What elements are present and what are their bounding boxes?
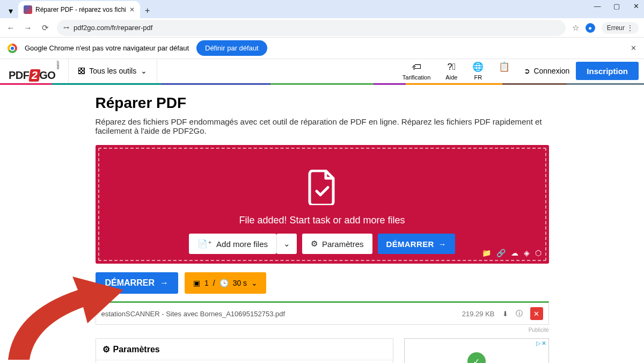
- page-subtitle: Réparez des fichiers PDF endommagés avec…: [96, 117, 549, 135]
- url-text: pdf2go.com/fr/reparer-pdf: [74, 24, 152, 32]
- language-dropdown[interactable]: 🌐FR: [465, 61, 491, 81]
- tab-strip: ▾ Réparer PDF - réparez vos fichi ✕ + ― …: [0, 0, 644, 18]
- error-chip[interactable]: Erreur ⋮: [602, 22, 639, 34]
- site-info-icon[interactable]: ⊶: [63, 24, 69, 31]
- chrome-icon: [8, 43, 17, 53]
- gdrive-icon[interactable]: ◈: [524, 249, 530, 257]
- stack-icon: ▣: [193, 279, 200, 287]
- check-icon: ✓: [467, 352, 486, 363]
- all-tools-dropdown[interactable]: Tous les outils ⌄: [68, 59, 157, 83]
- new-tab-button[interactable]: +: [140, 3, 155, 18]
- signup-button[interactable]: Inscription: [576, 62, 639, 80]
- minimize-icon[interactable]: ―: [592, 2, 602, 10]
- dismiss-bar-icon[interactable]: ✕: [631, 44, 636, 52]
- arrow-right-icon: →: [438, 239, 447, 249]
- dropbox-icon[interactable]: ⬡: [535, 249, 541, 257]
- dropzone-status: File added! Start task or add more files: [96, 215, 549, 226]
- help-link[interactable]: ?⃝Aide: [438, 62, 465, 81]
- set-default-button[interactable]: Définir par défaut: [196, 40, 267, 56]
- file-row: estationSCANNER - Sites avec Bornes_A106…: [96, 301, 549, 325]
- add-more-files-button[interactable]: 📄⁺ Add more files: [189, 234, 276, 254]
- address-bar: ← → ⟳ ⊶ pdf2go.com/fr/reparer-pdf ☆ ● Er…: [0, 18, 644, 38]
- clipboard-icon: 📋: [499, 61, 510, 72]
- site-header: PDF2GO.com Tous les outils ⌄ 🏷Tarificati…: [0, 59, 644, 83]
- link-icon[interactable]: 🔗: [496, 249, 506, 257]
- cloud-icon[interactable]: ☁: [511, 249, 518, 257]
- bookmark-icon[interactable]: ☆: [572, 23, 579, 33]
- delete-file-button[interactable]: ✕: [530, 307, 543, 320]
- parameters-panel: ⚙ Paramètres Il n'y a actuellement aucun…: [96, 338, 393, 363]
- login-link[interactable]: ➲Connexion: [517, 67, 576, 75]
- file-plus-icon: 📄⁺: [197, 239, 212, 249]
- ad-options-icon[interactable]: ▷: [536, 340, 540, 347]
- default-browser-msg: Google Chrome n'est pas votre navigateur…: [25, 44, 189, 52]
- info-icon[interactable]: ⓘ: [516, 309, 523, 318]
- url-input[interactable]: ⊶ pdf2go.com/fr/reparer-pdf: [57, 20, 566, 36]
- advertisement[interactable]: ▷✕ ✓: [404, 338, 549, 363]
- start-button-secondary[interactable]: DÉMARRER →: [96, 272, 178, 294]
- favicon: [24, 5, 32, 14]
- globe-icon: 🌐: [472, 61, 484, 72]
- grid-icon: [78, 68, 85, 74]
- default-browser-bar: Google Chrome n'est pas votre navigateur…: [0, 38, 644, 59]
- ad-close-icon[interactable]: ✕: [541, 340, 546, 347]
- chevron-down-icon: ⌄: [141, 67, 147, 75]
- back-icon[interactable]: ←: [5, 23, 16, 32]
- folder-icon[interactable]: 📁: [482, 249, 491, 257]
- chevron-down-icon: ⌄: [251, 279, 258, 287]
- ad-label: Publicité: [96, 327, 549, 333]
- clipboard-link[interactable]: 📋: [491, 61, 517, 81]
- parameters-body: Il n'y a actuellement aucun paramètre su…: [96, 360, 393, 363]
- arrow-right-icon: →: [160, 278, 169, 288]
- file-name: estationSCANNER - Sites avec Bornes_A106…: [101, 310, 455, 318]
- logo[interactable]: PDF2GO.com: [0, 60, 68, 82]
- tab-title: Réparer PDF - réparez vos fichi: [35, 6, 126, 13]
- gear-icon: ⚙: [103, 344, 110, 354]
- browser-tab[interactable]: Réparer PDF - réparez vos fichi ✕: [18, 1, 140, 18]
- close-tab-icon[interactable]: ✕: [129, 6, 135, 13]
- settings-button[interactable]: ⚙ Paramètres: [302, 234, 372, 254]
- file-size: 219.29 KB: [462, 310, 495, 318]
- clock-icon: 🕒: [219, 279, 229, 287]
- pricing-link[interactable]: 🏷Tarification: [395, 62, 438, 81]
- file-check-icon: [308, 170, 336, 205]
- tabs-dropdown[interactable]: ▾: [3, 3, 18, 18]
- page-title: Réparer PDF: [96, 95, 549, 112]
- dropzone[interactable]: File added! Start task or add more files…: [96, 145, 549, 264]
- reload-icon[interactable]: ⟳: [40, 23, 50, 33]
- add-more-dropdown[interactable]: ⌄: [276, 234, 297, 254]
- tag-icon: 🏷: [412, 62, 421, 72]
- start-button-main[interactable]: DÉMARRER →: [378, 234, 455, 254]
- login-icon: ➲: [524, 67, 530, 75]
- gear-icon: ⚙: [311, 239, 318, 249]
- close-window-icon[interactable]: ✕: [631, 2, 641, 10]
- parameters-header: ⚙ Paramètres: [96, 339, 393, 360]
- conversion-badge[interactable]: ▣ 1 / 🕒 30 s ⌄: [185, 272, 266, 294]
- profile-icon[interactable]: ●: [586, 23, 595, 33]
- maximize-icon[interactable]: ▢: [612, 2, 621, 10]
- help-icon: ?⃝: [448, 62, 456, 72]
- download-icon[interactable]: ⬇: [502, 310, 508, 318]
- forward-icon[interactable]: →: [23, 23, 33, 32]
